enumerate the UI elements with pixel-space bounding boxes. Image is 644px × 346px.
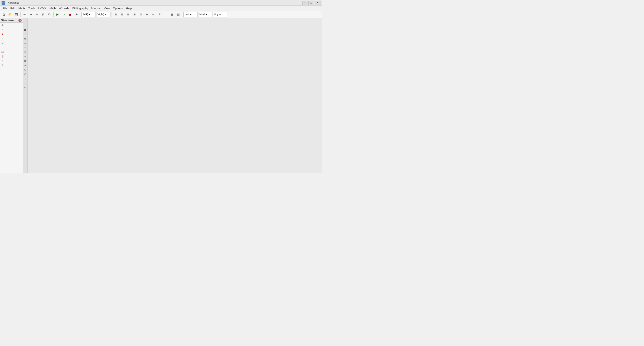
table-btn-6[interactable]: ⊢	[144, 12, 150, 17]
align-right-button[interactable]: ≡	[23, 50, 27, 54]
minimize-button[interactable]: ─	[302, 1, 308, 5]
menu-item-edit[interactable]: Edit	[9, 6, 17, 10]
stop-button[interactable]: ⏹	[67, 12, 73, 17]
menu-item-tools[interactable]: Tools	[27, 6, 37, 10]
align-left-button[interactable]: ≡	[23, 41, 27, 45]
underline-button[interactable]: U	[23, 37, 27, 41]
table-btn-2[interactable]: ⊟	[119, 12, 125, 17]
menu-item-view[interactable]: View	[102, 6, 112, 10]
window-controls: ─ □ ✕	[302, 1, 320, 5]
table-btn-4[interactable]: ⊞	[132, 12, 137, 17]
table-btn-11[interactable]: ▧	[175, 12, 181, 17]
nav-up-icon[interactable]: ↑	[23, 19, 27, 23]
menu-bar: FileEditIdefixToolsLaTeXMathWizardsBibli…	[0, 6, 322, 11]
menu-item-latex[interactable]: LaTeX	[37, 6, 48, 10]
close-brace-button[interactable]: }	[23, 81, 27, 85]
struct-as[interactable]: AS	[1, 50, 5, 54]
toolbar: 🗋 📂 💾 ↩ ↪ ✂ ⎘ ⧉ ▶ ▷ ⏹ 👁 \left( ▼ \right)…	[0, 11, 322, 18]
menu-item-wizards[interactable]: Wizards	[57, 6, 71, 10]
table-btn-5[interactable]: ⊡	[138, 12, 144, 17]
menu-item-help[interactable]: Help	[124, 6, 133, 10]
struct-bookmarks[interactable]: ⊞	[1, 23, 5, 27]
menu-item-macros[interactable]: Macros	[90, 6, 102, 10]
left-delim-dropdown[interactable]: \left( ▼	[81, 12, 96, 17]
redo-button[interactable]: ↪	[28, 12, 34, 17]
view-pdf-button[interactable]: 👁	[73, 12, 79, 17]
label-dropdown[interactable]: label ▼	[198, 12, 212, 17]
copy-button[interactable]: ⎘	[40, 12, 46, 17]
structure-tools: ⊞ ≡ ■ π ⊟ TZ AS ▐ ↙ ⊡	[0, 23, 23, 68]
menu-item-bibliography[interactable]: Bibliography	[71, 6, 90, 10]
compile-button[interactable]: ▶	[55, 12, 60, 17]
bold-button[interactable]: B	[23, 28, 27, 32]
sep1	[20, 12, 21, 17]
inline-math-button[interactable]: /∝	[23, 63, 27, 67]
table-btn-1[interactable]: ⊞	[113, 12, 119, 17]
superscript-button[interactable]: x²	[23, 72, 27, 76]
structure-title: Structure	[1, 19, 14, 22]
structure-panel: Structure ✕ ⊞ ≡ ■ π ⊟ TZ AS ▐ ↙ ⊡	[0, 18, 23, 173]
menu-item-options[interactable]: Options	[111, 6, 124, 10]
part-dropdown[interactable]: part ▼	[183, 12, 198, 17]
save-button[interactable]: 💾	[14, 12, 19, 17]
table-btn-9[interactable]: ⊥	[163, 12, 169, 17]
menu-item-file[interactable]: File	[1, 6, 9, 10]
restore-button[interactable]: □	[308, 1, 314, 5]
format-toolbar-vertical: ↑ ↓ B I U ≡ ≡ ≡ ≡ ⊞ /∝ x₂ x² { }	[23, 18, 28, 173]
structure-header: Structure ✕	[0, 18, 23, 23]
struct-labels[interactable]: ⊟	[1, 41, 5, 45]
close-button[interactable]: ✕	[315, 1, 320, 5]
title-bar-left: TX TeXstudio	[2, 1, 19, 5]
compile-step-button[interactable]: ▷	[61, 12, 67, 17]
table-btn-3[interactable]: ⊠	[125, 12, 131, 17]
right-delim-dropdown[interactable]: \right) ▼	[96, 12, 111, 17]
editor-area: ↑ ↓ B I U ≡ ≡ ≡ ≡ ⊞ /∝ x₂ x² { }	[23, 18, 322, 173]
title-bar: TX TeXstudio ─ □ ✕	[0, 0, 322, 6]
menu-item-math[interactable]: Math	[48, 6, 57, 10]
cut-button[interactable]: ✂	[34, 12, 40, 17]
struct-math-icon[interactable]: π	[1, 36, 5, 41]
table-btn-8[interactable]: ⊤	[157, 12, 162, 17]
struct-tz[interactable]: TZ	[1, 45, 5, 49]
struct-todo[interactable]: ■	[1, 32, 5, 36]
new-button[interactable]: 🗋	[1, 12, 7, 17]
align-justify-button[interactable]: ≡	[23, 55, 27, 58]
app-icon: TX	[2, 1, 5, 5]
align-center-button[interactable]: ≡	[23, 46, 27, 50]
editor-scroll-area[interactable]	[28, 18, 322, 173]
nav-down-icon[interactable]: ↓	[23, 24, 27, 28]
size-dropdown[interactable]: tiny ▼	[213, 12, 227, 17]
struct-comment[interactable]: ↙	[1, 58, 5, 63]
open-button[interactable]: 📂	[7, 12, 13, 17]
sep5	[182, 12, 182, 17]
sep4	[112, 12, 112, 17]
italic-button[interactable]: I	[23, 32, 27, 36]
sep2	[53, 12, 54, 17]
undo-button[interactable]: ↩	[22, 12, 27, 17]
table-btn-10[interactable]: ▦	[169, 12, 175, 17]
inner-editor: ↑ ↓ B I U ≡ ≡ ≡ ≡ ⊞ /∝ x₂ x² { }	[23, 18, 322, 173]
menu-item-idefix[interactable]: Idefix	[17, 6, 27, 10]
title-text: TeXstudio	[6, 1, 19, 4]
paste-button[interactable]: ⧉	[47, 12, 52, 17]
struct-list[interactable]: ≡	[1, 28, 5, 32]
sep3	[80, 12, 80, 17]
subscript-button[interactable]: x₂	[23, 68, 27, 72]
struct-image[interactable]: ⊡	[1, 63, 5, 67]
table-button[interactable]: ⊞	[23, 59, 27, 63]
sqrt-button[interactable]: √2	[23, 86, 27, 89]
struct-highlight[interactable]: ▐	[1, 54, 5, 58]
open-brace-button[interactable]: {	[23, 77, 27, 81]
structure-close-button[interactable]: ✕	[18, 19, 22, 22]
table-btn-7[interactable]: ⊣	[150, 12, 156, 17]
